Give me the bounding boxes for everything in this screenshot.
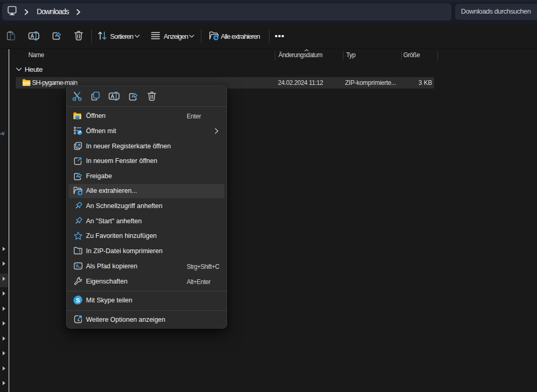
svg-text:S: S [76, 297, 80, 303]
